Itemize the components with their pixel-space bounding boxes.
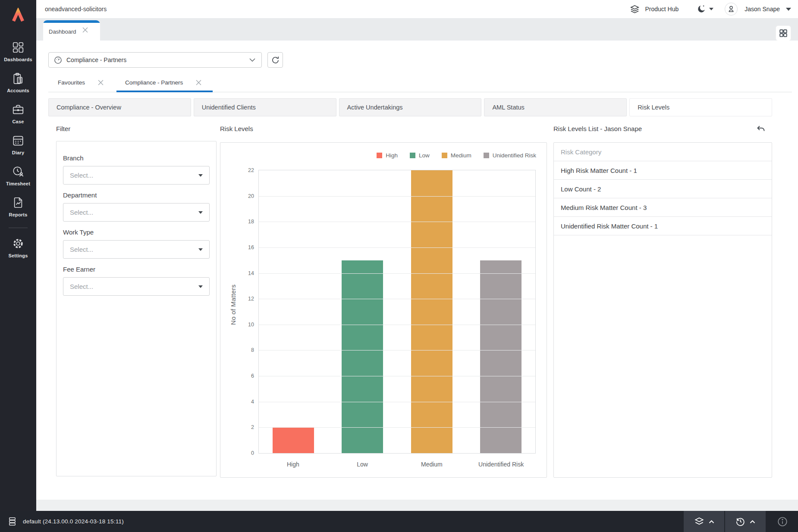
legend-item-medium[interactable]: Medium — [442, 152, 471, 159]
product-hub-button[interactable]: Product Hub — [630, 4, 679, 14]
y-tick-label: 6 — [251, 373, 254, 379]
top-bar: oneadvanced-solicitors Product Hub — [36, 0, 798, 18]
bar-column-low — [328, 170, 397, 453]
info-icon[interactable] — [775, 514, 790, 529]
department-select[interactable]: Select... — [63, 203, 210, 222]
chart-plot-area: 0246810121416182022 — [258, 170, 536, 454]
avatar[interactable] — [725, 3, 738, 16]
status-bar: default (24.13.00.0 2024-03-18 15:11) — [0, 511, 798, 532]
chart-panel-title: Risk Levels — [220, 125, 253, 132]
sidebar-item-label: Diary — [12, 150, 25, 155]
sidebar-item-diary[interactable]: Diary — [0, 129, 36, 160]
select-placeholder: Select... — [70, 209, 198, 216]
widget-tab-bar: Compliance - Overview Unidentified Clien… — [48, 98, 772, 116]
close-icon[interactable] — [82, 27, 88, 33]
version-text: default (24.13.00.0 2024-03-18 15:11) — [23, 518, 124, 525]
window-tab-strip: Dashboard — [36, 18, 798, 41]
gridline — [259, 222, 535, 222]
sidebar-item-settings[interactable]: Settings — [0, 232, 36, 263]
fee-earner-select[interactable]: Select... — [63, 277, 210, 296]
work-type-select[interactable]: Select... — [63, 240, 210, 259]
bar-column-unidentified-risk — [466, 170, 535, 453]
widget-tab-risk-levels[interactable]: Risk Levels — [629, 98, 772, 116]
chevron-down-icon — [249, 58, 255, 62]
sidebar-item-reports[interactable]: Reports — [0, 191, 36, 222]
gridline — [259, 196, 535, 197]
widget-tab-compliance-overview[interactable]: Compliance - Overview — [48, 98, 191, 116]
risk-list-row[interactable]: Low Count - 2 — [554, 180, 772, 198]
widget-tab-active-undertakings[interactable]: Active Undertakings — [339, 98, 482, 116]
bar-medium[interactable] — [411, 170, 452, 453]
product-hub-label: Product Hub — [645, 6, 679, 13]
legend-item-low[interactable]: Low — [410, 152, 430, 159]
bar-unidentified-risk[interactable] — [480, 260, 522, 453]
branch-select[interactable]: Select... — [63, 166, 210, 185]
y-tick-label: 4 — [251, 399, 254, 405]
history-button[interactable] — [725, 511, 766, 532]
y-tick-label: 18 — [248, 219, 254, 225]
filter-panel: Branch Select... Department Select... Wo… — [56, 141, 217, 476]
calendar-icon — [12, 134, 25, 147]
sidebar-item-label: Reports — [9, 212, 28, 217]
sidebar-item-label: Accounts — [7, 88, 29, 93]
risk-levels-chart-panel: HighLowMediumUnidentified Risk No of Mat… — [220, 142, 547, 478]
window-tab-dashboard[interactable]: Dashboard — [43, 20, 100, 41]
dashboard-selector-value: Compliance - Partners — [66, 56, 249, 63]
bar-low[interactable] — [342, 260, 383, 453]
layout-switcher-button[interactable] — [684, 511, 724, 532]
gridline — [259, 299, 535, 299]
theme-menu-button[interactable] — [697, 4, 713, 14]
risk-list-row[interactable]: High Risk Matter Count - 1 — [554, 161, 772, 180]
widget-tab-unidentified-clients[interactable]: Unidentified Clients — [194, 98, 336, 116]
window-tab-label: Dashboard — [49, 28, 76, 35]
x-axis-labels: HighLowMediumUnidentified Risk — [258, 461, 536, 468]
user-menu-chevron-icon[interactable] — [786, 8, 791, 11]
legend-item-high[interactable]: High — [377, 152, 398, 159]
layers-icon — [630, 4, 640, 14]
filter-panel-title: Filter — [56, 125, 70, 132]
widget-tab-aml-status[interactable]: AML Status — [484, 98, 627, 116]
risk-list-row[interactable]: Medium Risk Matter Count - 3 — [554, 198, 772, 217]
close-icon[interactable] — [196, 80, 201, 85]
refresh-button[interactable] — [267, 52, 283, 68]
gridline — [259, 247, 535, 248]
tab-compliance-partners[interactable]: Compliance - Partners — [116, 73, 214, 92]
y-tick-label: 8 — [251, 347, 254, 353]
x-tick-label: Unidentified Risk — [466, 461, 536, 468]
chevron-down-icon — [709, 8, 713, 10]
workspace-name: oneadvanced-solicitors — [45, 6, 107, 13]
select-placeholder: Select... — [70, 283, 198, 290]
gridline — [259, 376, 535, 376]
sidebar-item-label: Settings — [9, 253, 28, 258]
tab-label: Favourites — [58, 79, 85, 86]
brand-logo-icon[interactable] — [9, 7, 27, 24]
legend-item-unidentified-risk[interactable]: Unidentified Risk — [484, 152, 536, 159]
y-tick-label: 0 — [251, 450, 254, 456]
dashboard-selector[interactable]: Compliance - Partners — [48, 52, 262, 68]
sidebar-item-timesheet[interactable]: Timesheet — [0, 160, 36, 191]
sidebar-item-case[interactable]: Case — [0, 98, 36, 129]
sidebar-divider — [9, 228, 28, 228]
close-icon[interactable] — [98, 80, 104, 85]
sidebar-item-dashboards[interactable]: Dashboards — [0, 36, 36, 67]
y-tick-label: 22 — [248, 167, 254, 173]
bar-high[interactable] — [273, 427, 314, 453]
x-tick-label: High — [258, 461, 328, 468]
report-document-icon — [12, 196, 25, 209]
risk-levels-list-panel: Risk Category High Risk Matter Count - 1… — [553, 142, 772, 478]
risk-list-row[interactable]: Unidentified Risk Matter Count - 1 — [554, 217, 772, 235]
user-name[interactable]: Jason Snape — [745, 6, 780, 13]
legend-swatch — [484, 153, 489, 158]
dashboards-icon — [12, 41, 25, 54]
gridline — [259, 402, 535, 402]
layout-grid-button[interactable] — [776, 25, 791, 41]
history-clock-icon — [735, 516, 746, 527]
undo-icon[interactable] — [756, 123, 768, 135]
y-tick-label: 20 — [248, 193, 254, 199]
sidebar-item-accounts[interactable]: Accounts — [0, 67, 36, 98]
tab-favourites[interactable]: Favourites — [48, 73, 116, 92]
gridline — [259, 350, 535, 350]
sidebar: Dashboards Accounts Case — [0, 0, 36, 511]
branch-label: Branch — [63, 154, 210, 162]
dashboard-tab-bar: Favourites Compliance - Partners — [48, 73, 792, 92]
